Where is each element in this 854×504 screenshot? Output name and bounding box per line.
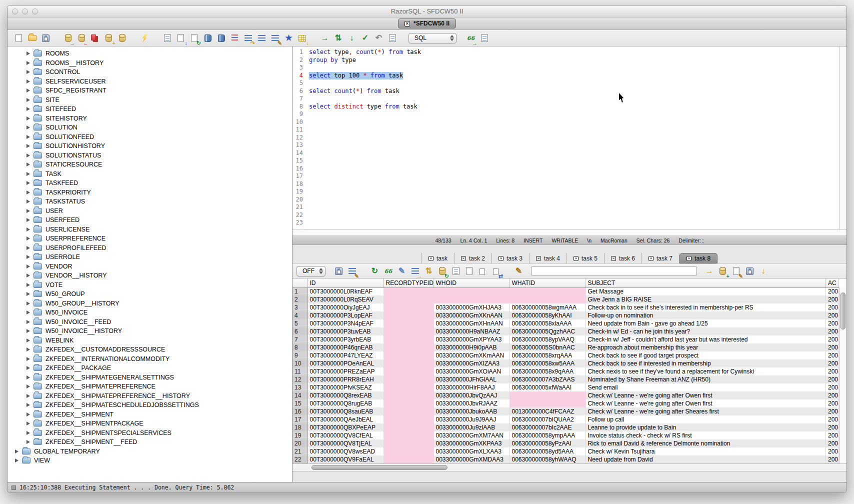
disclosure-triangle-icon[interactable] xyxy=(26,70,30,74)
tree-item-view[interactable]: VIEW xyxy=(8,456,292,466)
cell-subject[interactable]: Rick to email David & reference Delmonte… xyxy=(586,440,826,448)
record-view-icon[interactable] xyxy=(463,265,476,278)
cell-whoid[interactable] xyxy=(434,288,510,296)
column-header-rownum[interactable] xyxy=(292,278,308,288)
cell-recordtypeid[interactable] xyxy=(384,312,434,320)
disclosure-triangle-icon[interactable] xyxy=(26,384,30,388)
disclosure-triangle-icon[interactable] xyxy=(26,310,30,314)
cell-subject[interactable]: Check w/ Leanne - we're going after Owen… xyxy=(586,392,826,400)
cell-whoid[interactable]: 0033000000JbvRJAAZ xyxy=(434,400,510,408)
column-header-ac[interactable]: AC xyxy=(826,278,839,288)
edit-cell-icon[interactable]: ✎ xyxy=(396,265,408,278)
cell-ac[interactable]: 200 xyxy=(826,424,839,432)
code-line[interactable]: select count(*) from task xyxy=(309,88,839,96)
cell-subject[interactable]: Check-in w/ Jeff - couldn't afford last … xyxy=(586,336,826,344)
disclosure-triangle-icon[interactable] xyxy=(26,422,30,426)
export-table-icon[interactable]: ↓ xyxy=(296,32,308,44)
cell-whatid[interactable]: 006300000058xw5AAA xyxy=(510,360,586,368)
open-file-icon[interactable] xyxy=(26,32,38,44)
cell-whatid[interactable]: 00630000007bIc2AAE xyxy=(510,424,586,432)
code-line[interactable]: select top 100 * from task xyxy=(309,72,839,80)
disclosure-triangle-icon[interactable] xyxy=(26,320,30,324)
cell-ac[interactable]: 200 xyxy=(826,352,839,360)
table-row[interactable]: 2100T3000000QV8wsEAD0033000000GmXLXAA300… xyxy=(292,448,839,456)
describe-table-icon[interactable] xyxy=(161,32,174,44)
cell-subject[interactable]: Follow-up on nomination xyxy=(586,312,826,320)
disclosure-triangle-icon[interactable] xyxy=(26,116,30,120)
tree-item-zkfedex-shipmatepreference-history[interactable]: ZKFEDEX__SHIPMATEPREFERENCE__HISTORY xyxy=(8,392,292,401)
table-row[interactable]: 700T3000000P3yrbEAB0033000000GmXPYAA3006… xyxy=(292,336,839,344)
cell-recordtypeid[interactable] xyxy=(384,440,434,448)
tree-item-zkfedex-internationalcommodity[interactable]: ZKFEDEX__INTERNATIONALCOMMODITY xyxy=(8,354,292,364)
cell-subject[interactable]: Check back to see if interested in membe… xyxy=(586,360,826,368)
edit-sql-icon[interactable]: ✎ xyxy=(269,32,282,44)
results-hscrollbar[interactable] xyxy=(292,464,846,472)
disconnect-all-icon[interactable] xyxy=(89,32,102,44)
disclosure-triangle-icon[interactable] xyxy=(26,107,30,111)
cell-id[interactable]: 00T3000000Q8rugEAB xyxy=(308,400,384,408)
code-line[interactable] xyxy=(309,165,839,173)
table-row[interactable]: 1000T3000000POeAnEAL0033000000GmXIZAA300… xyxy=(292,360,839,368)
code-line[interactable] xyxy=(309,110,839,118)
cell-whoid[interactable]: 0033000000JbukoAAB xyxy=(434,408,510,416)
database-icon[interactable] xyxy=(116,32,128,44)
cell-whatid[interactable]: 006300000058xrqAAA xyxy=(510,352,586,360)
cell-recordtypeid[interactable] xyxy=(384,336,434,344)
save-results-icon[interactable] xyxy=(332,265,345,278)
tree-item-taskfeed[interactable]: TASKFEED xyxy=(8,178,292,188)
tree-item-global-temporary[interactable]: GLOBAL TEMPORARY xyxy=(8,447,292,456)
tree-item-w50-group-history[interactable]: W50_GROUP__HISTORY xyxy=(8,299,292,308)
cell-whatid[interactable] xyxy=(510,296,586,304)
code-line[interactable] xyxy=(309,64,839,72)
disconnect-icon[interactable]: ← xyxy=(76,32,88,44)
cell-whoid[interactable]: 0033000000GmXHnAAN xyxy=(434,320,510,328)
code-line[interactable] xyxy=(309,188,839,196)
cell-ac[interactable]: 200 xyxy=(826,416,839,424)
cell-id[interactable]: 00T3000000P46qnEAB xyxy=(308,344,384,352)
save-grid-icon[interactable] xyxy=(744,265,756,278)
cell-recordtypeid[interactable] xyxy=(384,352,434,360)
tree-item-zkfedex-customaddresssource[interactable]: ZKFEDEX__CUSTOMADDRESSSOURCE xyxy=(8,345,292,354)
table-row[interactable]: 1500T3000000Q8rugEAB0033000000JbvRJAAZCh… xyxy=(292,400,839,408)
save-file-icon[interactable] xyxy=(40,32,52,44)
cell-whoid[interactable]: 0033000000GmXKnAAN xyxy=(434,312,510,320)
code-line[interactable]: select distinct type from task xyxy=(309,103,839,111)
column-header-subject[interactable]: SUBJECT xyxy=(586,278,826,288)
cell-recordtypeid[interactable] xyxy=(384,400,434,408)
cell-subject[interactable]: Nominated by Shane Freeman at ANZ (HR50) xyxy=(586,376,826,384)
editor-code[interactable]: select type, count(*) from taskgroup by … xyxy=(306,46,839,230)
cell-id[interactable]: 00T3000000PRR8rEAH xyxy=(308,376,384,384)
table-row[interactable]: 1600T3000000Q8sauEAB0033000000JbukoAAB00… xyxy=(292,408,839,416)
tab-close-icon[interactable]: × xyxy=(428,256,434,261)
result-tab-task-3[interactable]: ×task 3 xyxy=(492,253,530,264)
tab-close-icon[interactable]: × xyxy=(648,256,654,261)
cell-ac[interactable]: 200 xyxy=(826,456,839,464)
tree-item-weblink[interactable]: WEBLINK xyxy=(8,336,292,346)
cell-ac[interactable]: 200 xyxy=(826,336,839,344)
format-sql-icon[interactable]: ↷ xyxy=(242,32,254,44)
cell-id[interactable]: 00T3000000QV8TjEAL xyxy=(308,440,384,448)
table-row[interactable]: 1900T3000000QV8CfEAL0033000000GmXM7AAN00… xyxy=(292,432,839,440)
tree-item-sitefeed[interactable]: SITEFEED xyxy=(8,104,292,114)
disclosure-triangle-icon[interactable] xyxy=(26,264,30,268)
disclosure-triangle-icon[interactable] xyxy=(26,200,30,204)
disclosure-triangle-icon[interactable] xyxy=(26,357,30,361)
disclosure-triangle-icon[interactable] xyxy=(15,458,18,462)
tree-item-zkfedex-shipmentpackage[interactable]: ZKFEDEX__SHIPMENTPACKAGE xyxy=(8,419,292,428)
disclosure-triangle-icon[interactable] xyxy=(26,376,30,380)
tree-item-vendor-history[interactable]: VENDOR__HISTORY xyxy=(8,271,292,280)
filter-results-icon[interactable]: ✎ xyxy=(346,265,358,278)
result-tab-task[interactable]: ×task xyxy=(422,253,454,264)
cell-whatid[interactable] xyxy=(510,392,586,400)
tree-item-userrole[interactable]: USERROLE xyxy=(8,252,292,262)
messages-icon[interactable] xyxy=(386,32,398,44)
disclosure-triangle-icon[interactable] xyxy=(26,52,30,56)
cell-whoid[interactable] xyxy=(434,296,510,304)
result-tab-task-7[interactable]: ×task 7 xyxy=(642,253,680,264)
cell-whatid[interactable]: 006300000058yPzAAI xyxy=(510,440,586,448)
form-view-icon[interactable] xyxy=(450,265,462,278)
editor-hscrollbar[interactable] xyxy=(292,230,846,236)
cell-ac[interactable]: 200 xyxy=(826,448,839,456)
disclosure-triangle-icon[interactable] xyxy=(15,450,18,454)
disclosure-triangle-icon[interactable] xyxy=(26,394,30,398)
